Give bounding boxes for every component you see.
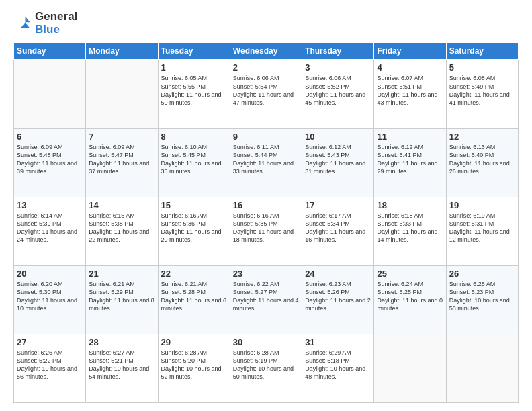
calendar-cell: 26Sunrise: 6:25 AM Sunset: 5:23 PM Dayli… <box>446 265 518 334</box>
cell-info: Sunrise: 6:29 AM Sunset: 5:18 PM Dayligh… <box>305 349 371 381</box>
day-number: 15 <box>161 200 227 210</box>
day-number: 5 <box>449 62 515 73</box>
cell-info: Sunrise: 6:26 AM Sunset: 5:22 PM Dayligh… <box>17 349 83 381</box>
day-number: 11 <box>377 132 443 142</box>
cell-info: Sunrise: 6:23 AM Sunset: 5:26 PM Dayligh… <box>305 280 371 313</box>
calendar-cell: 20Sunrise: 6:20 AM Sunset: 5:30 PM Dayli… <box>14 265 86 334</box>
cell-info: Sunrise: 6:06 AM Sunset: 5:54 PM Dayligh… <box>233 74 299 107</box>
cell-info: Sunrise: 6:08 AM Sunset: 5:49 PM Dayligh… <box>449 74 515 107</box>
day-number: 27 <box>17 337 83 347</box>
day-number: 28 <box>89 337 154 347</box>
calendar-cell: 17Sunrise: 6:17 AM Sunset: 5:34 PM Dayli… <box>302 197 374 265</box>
day-number: 8 <box>161 132 227 142</box>
day-number: 29 <box>161 337 227 347</box>
calendar-cell: 27Sunrise: 6:26 AM Sunset: 5:22 PM Dayli… <box>14 334 86 402</box>
calendar-cell: 18Sunrise: 6:18 AM Sunset: 5:33 PM Dayli… <box>374 197 446 265</box>
cell-info: Sunrise: 6:13 AM Sunset: 5:40 PM Dayligh… <box>449 143 515 176</box>
calendar-cell <box>14 60 86 128</box>
cell-info: Sunrise: 6:28 AM Sunset: 5:20 PM Dayligh… <box>161 349 227 381</box>
day-number: 3 <box>305 62 371 73</box>
cell-info: Sunrise: 6:16 AM Sunset: 5:35 PM Dayligh… <box>233 212 299 244</box>
calendar-cell: 21Sunrise: 6:21 AM Sunset: 5:29 PM Dayli… <box>86 265 158 334</box>
calendar-cell: 22Sunrise: 6:21 AM Sunset: 5:28 PM Dayli… <box>158 265 230 334</box>
calendar-cell: 23Sunrise: 6:22 AM Sunset: 5:27 PM Dayli… <box>230 265 302 334</box>
calendar-cell: 4Sunrise: 6:07 AM Sunset: 5:51 PM Daylig… <box>374 60 446 128</box>
weekday-header: Wednesday <box>230 43 302 60</box>
calendar-cell: 28Sunrise: 6:27 AM Sunset: 5:21 PM Dayli… <box>86 334 158 402</box>
cell-info: Sunrise: 6:22 AM Sunset: 5:27 PM Dayligh… <box>233 280 299 313</box>
calendar-cell: 10Sunrise: 6:12 AM Sunset: 5:43 PM Dayli… <box>302 128 374 197</box>
cell-info: Sunrise: 6:19 AM Sunset: 5:31 PM Dayligh… <box>449 212 515 244</box>
cell-info: Sunrise: 6:15 AM Sunset: 5:38 PM Dayligh… <box>89 212 154 244</box>
day-number: 24 <box>305 269 371 279</box>
page: General Blue SundayMondayTuesdayWednesda… <box>0 0 532 411</box>
cell-info: Sunrise: 6:11 AM Sunset: 5:44 PM Dayligh… <box>233 143 299 176</box>
calendar-cell: 29Sunrise: 6:28 AM Sunset: 5:20 PM Dayli… <box>158 334 230 402</box>
weekday-header: Monday <box>86 43 158 60</box>
cell-info: Sunrise: 6:16 AM Sunset: 5:36 PM Dayligh… <box>161 212 227 244</box>
cell-info: Sunrise: 6:21 AM Sunset: 5:29 PM Dayligh… <box>89 280 154 313</box>
day-number: 9 <box>233 132 299 142</box>
calendar-cell <box>446 334 518 402</box>
calendar-cell <box>374 334 446 402</box>
weekday-header: Tuesday <box>158 43 230 60</box>
cell-info: Sunrise: 6:06 AM Sunset: 5:52 PM Dayligh… <box>305 74 371 107</box>
calendar-cell: 15Sunrise: 6:16 AM Sunset: 5:36 PM Dayli… <box>158 197 230 265</box>
cell-info: Sunrise: 6:18 AM Sunset: 5:33 PM Dayligh… <box>377 212 443 244</box>
weekday-header: Thursday <box>302 43 374 60</box>
day-number: 30 <box>233 337 299 347</box>
day-number: 17 <box>305 200 371 210</box>
cell-info: Sunrise: 6:07 AM Sunset: 5:51 PM Dayligh… <box>377 74 443 107</box>
day-number: 31 <box>305 337 371 347</box>
cell-info: Sunrise: 6:12 AM Sunset: 5:41 PM Dayligh… <box>377 143 443 176</box>
calendar-cell: 13Sunrise: 6:14 AM Sunset: 5:39 PM Dayli… <box>14 197 86 265</box>
day-number: 18 <box>377 200 443 210</box>
day-number: 12 <box>449 132 515 142</box>
calendar-cell: 25Sunrise: 6:24 AM Sunset: 5:25 PM Dayli… <box>374 265 446 334</box>
calendar-cell: 31Sunrise: 6:29 AM Sunset: 5:18 PM Dayli… <box>302 334 374 402</box>
calendar-cell: 2Sunrise: 6:06 AM Sunset: 5:54 PM Daylig… <box>230 60 302 128</box>
cell-info: Sunrise: 6:14 AM Sunset: 5:39 PM Dayligh… <box>17 212 83 244</box>
cell-info: Sunrise: 6:12 AM Sunset: 5:43 PM Dayligh… <box>305 143 371 176</box>
calendar-cell: 3Sunrise: 6:06 AM Sunset: 5:52 PM Daylig… <box>302 60 374 128</box>
day-number: 14 <box>89 200 154 210</box>
cell-info: Sunrise: 6:10 AM Sunset: 5:45 PM Dayligh… <box>161 143 227 176</box>
calendar-cell: 9Sunrise: 6:11 AM Sunset: 5:44 PM Daylig… <box>230 128 302 197</box>
calendar-cell: 11Sunrise: 6:12 AM Sunset: 5:41 PM Dayli… <box>374 128 446 197</box>
cell-info: Sunrise: 6:27 AM Sunset: 5:21 PM Dayligh… <box>89 349 154 381</box>
cell-info: Sunrise: 6:25 AM Sunset: 5:23 PM Dayligh… <box>449 280 515 313</box>
day-number: 13 <box>17 200 83 210</box>
day-number: 23 <box>233 269 299 279</box>
calendar-cell: 1Sunrise: 6:05 AM Sunset: 5:55 PM Daylig… <box>158 60 230 128</box>
day-number: 21 <box>89 269 154 279</box>
calendar-cell: 16Sunrise: 6:16 AM Sunset: 5:35 PM Dayli… <box>230 197 302 265</box>
day-number: 10 <box>305 132 371 142</box>
logo: General Blue <box>13 11 77 36</box>
cell-info: Sunrise: 6:28 AM Sunset: 5:19 PM Dayligh… <box>233 349 299 381</box>
weekday-header: Sunday <box>14 43 86 60</box>
header: General Blue <box>13 11 519 36</box>
svg-rect-0 <box>13 14 32 33</box>
calendar-cell: 8Sunrise: 6:10 AM Sunset: 5:45 PM Daylig… <box>158 128 230 197</box>
day-number: 20 <box>17 269 83 279</box>
cell-info: Sunrise: 6:24 AM Sunset: 5:25 PM Dayligh… <box>377 280 443 313</box>
calendar-cell: 5Sunrise: 6:08 AM Sunset: 5:49 PM Daylig… <box>446 60 518 128</box>
day-number: 4 <box>377 62 443 73</box>
weekday-header: Friday <box>374 43 446 60</box>
calendar-cell: 19Sunrise: 6:19 AM Sunset: 5:31 PM Dayli… <box>446 197 518 265</box>
cell-info: Sunrise: 6:17 AM Sunset: 5:34 PM Dayligh… <box>305 212 371 244</box>
day-number: 26 <box>449 269 515 279</box>
calendar-cell <box>86 60 158 128</box>
weekday-header: Saturday <box>446 43 518 60</box>
cell-info: Sunrise: 6:09 AM Sunset: 5:48 PM Dayligh… <box>17 143 83 176</box>
calendar-cell: 24Sunrise: 6:23 AM Sunset: 5:26 PM Dayli… <box>302 265 374 334</box>
logo-text: General Blue <box>35 11 77 36</box>
calendar-cell: 7Sunrise: 6:09 AM Sunset: 5:47 PM Daylig… <box>86 128 158 197</box>
svg-marker-2 <box>21 22 30 28</box>
svg-marker-1 <box>26 16 30 22</box>
calendar-cell: 14Sunrise: 6:15 AM Sunset: 5:38 PM Dayli… <box>86 197 158 265</box>
cell-info: Sunrise: 6:20 AM Sunset: 5:30 PM Dayligh… <box>17 280 83 313</box>
cell-info: Sunrise: 6:05 AM Sunset: 5:55 PM Dayligh… <box>161 74 227 107</box>
cell-info: Sunrise: 6:21 AM Sunset: 5:28 PM Dayligh… <box>161 280 227 313</box>
cell-info: Sunrise: 6:09 AM Sunset: 5:47 PM Dayligh… <box>89 143 154 176</box>
